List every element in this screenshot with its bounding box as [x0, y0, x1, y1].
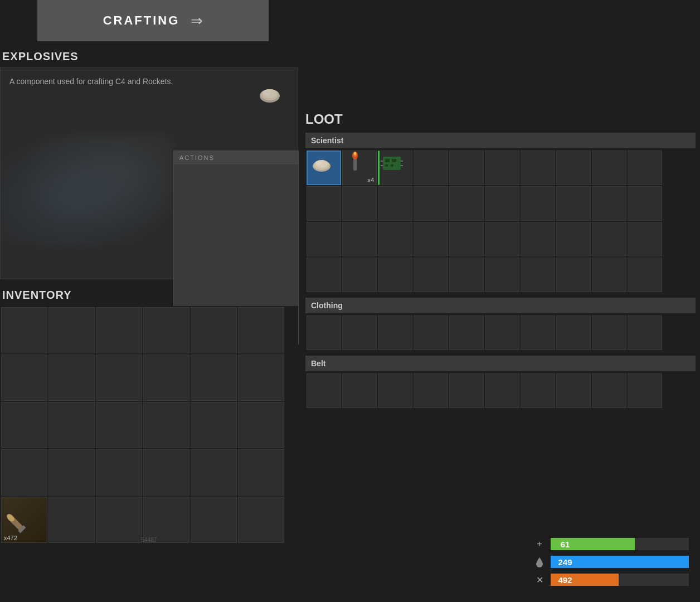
loot-circuit-svg: [380, 151, 404, 176]
loot-scientist-grid-cell-30[interactable]: [307, 258, 341, 292]
inventory-cell-27[interactable]: [143, 497, 189, 543]
inventory-cell-13[interactable]: [48, 402, 95, 448]
inventory-cell-26[interactable]: [96, 497, 142, 543]
loot-belt-grid-cell-4[interactable]: [449, 373, 484, 408]
explosives-svg-icon: [253, 79, 286, 107]
loot-clothing-grid-cell-2[interactable]: [378, 315, 412, 350]
loot-clothing-grid-cell-7[interactable]: [556, 315, 591, 350]
loot-clothing-grid-cell-6[interactable]: [521, 315, 555, 350]
loot-scientist-grid-cell-17[interactable]: [556, 186, 591, 221]
loot-scientist-grid-cell-36[interactable]: [521, 258, 555, 292]
loot-scientist-grid-cell-7[interactable]: [556, 151, 591, 185]
loot-scientist-grid-cell-29[interactable]: [628, 222, 662, 256]
inventory-cell-3[interactable]: [143, 307, 189, 353]
loot-clothing-grid-cell-8[interactable]: [592, 315, 626, 350]
inventory-cell-22[interactable]: [191, 449, 237, 496]
loot-scientist-grid-cell-22[interactable]: [378, 222, 412, 256]
loot-belt-grid-cell-6[interactable]: [521, 373, 555, 408]
inventory-cell-11[interactable]: [238, 355, 284, 401]
inventory-cell-29[interactable]: [238, 497, 284, 543]
loot-clothing-grid-cell-4[interactable]: [449, 315, 484, 350]
loot-scientist-grid-cell-37[interactable]: [556, 258, 591, 292]
loot-scientist-grid-cell-16[interactable]: [521, 186, 555, 221]
inventory-cell-20[interactable]: [96, 449, 142, 496]
loot-scientist-grid-cell-9[interactable]: [628, 151, 662, 185]
loot-scientist-grid-cell-23[interactable]: [414, 222, 448, 256]
loot-scientist-grid-cell-32[interactable]: [378, 258, 412, 292]
inventory-cell-28[interactable]: [191, 497, 237, 543]
loot-belt-grid-cell-7[interactable]: [556, 373, 591, 408]
inventory-cell-9[interactable]: [143, 355, 189, 401]
loot-scientist-grid-cell-2[interactable]: [378, 151, 412, 185]
inventory-cell-4[interactable]: [191, 307, 237, 353]
loot-scientist-grid-cell-38[interactable]: [592, 258, 626, 292]
loot-scientist-grid-cell-12[interactable]: [378, 186, 412, 221]
loot-clothing-grid-cell-1[interactable]: [342, 315, 377, 350]
inventory-cell-12[interactable]: [1, 402, 47, 448]
inventory-cell-5[interactable]: [238, 307, 284, 353]
loot-scientist-grid-cell-20[interactable]: [307, 222, 341, 256]
loot-scientist-grid-cell-33[interactable]: [414, 258, 448, 292]
loot-scientist-grid-cell-4[interactable]: [449, 151, 484, 185]
inventory-cell-16[interactable]: [191, 402, 237, 448]
loot-torch-svg: [343, 151, 367, 176]
calories-icon: ✕: [533, 573, 546, 586]
inventory-cell-8[interactable]: [96, 355, 142, 401]
loot-scientist-grid-cell-10[interactable]: [307, 186, 341, 221]
inventory-cell-14[interactable]: [96, 402, 142, 448]
inventory-cell-1[interactable]: [48, 307, 95, 353]
inventory-cell-19[interactable]: [48, 449, 95, 496]
loot-scientist-grid-cell-25[interactable]: [485, 222, 519, 256]
loot-subsection-clothing: Clothing: [305, 298, 696, 351]
loot-scientist-grid-cell-31[interactable]: [342, 258, 377, 292]
loot-scientist-grid-cell-5[interactable]: [485, 151, 519, 185]
loot-scientist-grid-cell-8[interactable]: [592, 151, 626, 185]
loot-scientist-grid-cell-35[interactable]: [485, 258, 519, 292]
loot-scientist-grid-cell-18[interactable]: [592, 186, 626, 221]
loot-belt-grid-cell-8[interactable]: [592, 373, 626, 408]
loot-clothing-grid-cell-3[interactable]: [414, 315, 448, 350]
loot-scientist-grid-cell-14[interactable]: [449, 186, 484, 221]
inventory-cell-10[interactable]: [191, 355, 237, 401]
loot-belt-grid-cell-2[interactable]: [378, 373, 412, 408]
inventory-cell-21[interactable]: [143, 449, 189, 496]
loot-clothing-grid-cell-0[interactable]: [307, 315, 341, 350]
inventory-cell-18[interactable]: [1, 449, 47, 496]
loot-scientist-grid-cell-39[interactable]: [628, 258, 662, 292]
loot-scientist-grid-cell-19[interactable]: [628, 186, 662, 221]
loot-scientist-grid-cell-11[interactable]: [342, 186, 377, 221]
explosives-item-icon: [253, 79, 286, 112]
loot-scientist-grid-cell-13[interactable]: [414, 186, 448, 221]
loot-scientist-grid-cell-1[interactable]: x4: [342, 151, 377, 185]
loot-belt-grid-cell-9[interactable]: [628, 373, 662, 408]
inventory-cell-25[interactable]: [48, 497, 95, 543]
inventory-cell-15[interactable]: [143, 402, 189, 448]
explosives-detail-box: A component used for crafting C4 and Roc…: [0, 67, 298, 279]
loot-scientist-grid-cell-0[interactable]: [307, 151, 341, 185]
loot-scientist-grid-cell-34[interactable]: [449, 258, 484, 292]
loot-scientist-grid-cell-24[interactable]: [449, 222, 484, 256]
loot-scientist-grid-cell-27[interactable]: [556, 222, 591, 256]
loot-clothing-grid-cell-9[interactable]: [628, 315, 662, 350]
loot-belt-grid-cell-3[interactable]: [414, 373, 448, 408]
inventory-cell-24[interactable]: x472: [1, 497, 47, 543]
loot-clothing-grid-cell-5[interactable]: [485, 315, 519, 350]
inventory-cell-0[interactable]: [1, 307, 47, 353]
inventory-cell-23[interactable]: [238, 449, 284, 496]
loot-scientist-grid-cell-26[interactable]: [521, 222, 555, 256]
loot-belt-grid-cell-0[interactable]: [307, 373, 341, 408]
loot-scientist-grid-cell-15[interactable]: [485, 186, 519, 221]
loot-scientist-grid-cell-21[interactable]: [342, 222, 377, 256]
inventory-cell-6[interactable]: [1, 355, 47, 401]
inventory-cell-2[interactable]: [96, 307, 142, 353]
loot-belt-grid-cell-5[interactable]: [485, 373, 519, 408]
inventory-cell-17[interactable]: [238, 402, 284, 448]
loot-scientist-grid-cell-28[interactable]: [592, 222, 626, 256]
loot-scientist-grid-cell-3[interactable]: [414, 151, 448, 185]
exit-icon[interactable]: ⇒: [191, 12, 203, 30]
inventory-title: INVENTORY: [0, 289, 298, 302]
loot-scientist-grid-cell-6[interactable]: [521, 151, 555, 185]
loot-scientist-grid: x4: [305, 149, 696, 293]
inventory-cell-7[interactable]: [48, 355, 95, 401]
loot-belt-grid-cell-1[interactable]: [342, 373, 377, 408]
